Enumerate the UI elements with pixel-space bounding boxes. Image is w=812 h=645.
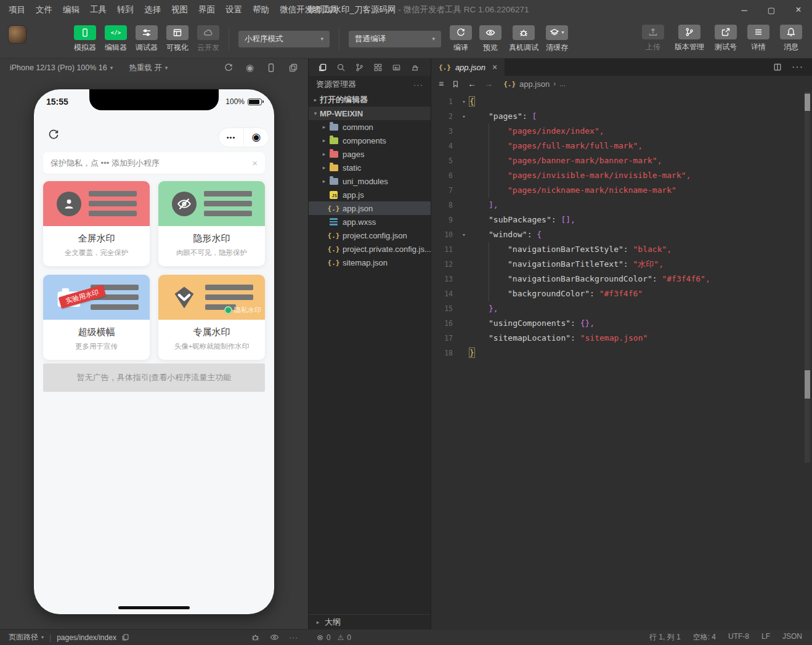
- menu-界面[interactable]: 界面: [198, 4, 215, 15]
- phone-frame-icon[interactable]: [266, 63, 276, 73]
- extensions-icon[interactable]: [373, 63, 383, 72]
- teapot-icon[interactable]: [410, 63, 420, 72]
- problems-indicator[interactable]: ⊗ 0 ⚠ 0: [308, 633, 431, 642]
- tune-icon: [136, 25, 158, 40]
- menu-视图[interactable]: 视图: [171, 4, 188, 15]
- fold-icon[interactable]: ▾: [458, 94, 469, 109]
- rotate-icon[interactable]: [224, 63, 233, 73]
- watermark-card-全屏水印[interactable]: 全屏水印全文覆盖，完全保护: [43, 181, 150, 266]
- action-详情[interactable]: 详情: [747, 25, 769, 52]
- window-title: 黎明加水印_刀客源码网 - 微信开发者工具 RC 1.06.2206271: [308, 0, 529, 20]
- action-预览[interactable]: 预览: [479, 25, 501, 53]
- more-icon[interactable]: ···: [792, 62, 803, 73]
- breadcrumb[interactable]: {.} app.json › ...: [503, 79, 566, 89]
- panel-toggle-编辑器[interactable]: </>编辑器: [105, 25, 127, 53]
- page-path-value[interactable]: pages/index/index: [57, 633, 116, 642]
- back-icon[interactable]: ←: [468, 79, 476, 89]
- action-消息[interactable]: 消息: [780, 25, 802, 52]
- fold-icon[interactable]: ▾: [458, 109, 469, 124]
- watermark-card-隐形水印[interactable]: 隐形水印肉眼不可见，隐形保护: [158, 181, 265, 266]
- close-tab-icon[interactable]: ×: [492, 62, 497, 72]
- panel-toggle-云开发[interactable]: 云开发: [197, 25, 219, 53]
- tree-item-uni_modules[interactable]: ▸uni_modules: [309, 174, 431, 188]
- status-item[interactable]: 空格: 4: [693, 632, 716, 643]
- split-editor-icon[interactable]: [773, 63, 782, 71]
- close-button[interactable]: ×: [785, 0, 812, 20]
- status-item[interactable]: UTF-8: [728, 632, 749, 643]
- tree-item-app.js[interactable]: JSapp.js: [309, 188, 431, 201]
- tab-app-json[interactable]: {.} app.json ×: [431, 59, 505, 76]
- tree-item-sitemap.json[interactable]: {.}sitemap.json: [309, 256, 431, 269]
- tree-item-pages[interactable]: ▸pages: [309, 147, 431, 161]
- tree-item-components[interactable]: ▸components: [309, 134, 431, 147]
- watermark-card-超级横幅[interactable]: 实验用水印超级横幅更多用于宣传: [43, 275, 150, 360]
- maximize-button[interactable]: ▢: [758, 0, 785, 20]
- menu-选择[interactable]: 选择: [144, 4, 161, 15]
- bookmark-icon[interactable]: [452, 80, 460, 88]
- panel-toggle-可视化[interactable]: 可视化: [166, 25, 189, 53]
- action-编译[interactable]: 编译: [450, 25, 472, 53]
- panel-toggle-模拟器[interactable]: 模拟器: [74, 25, 96, 53]
- device-select[interactable]: iPhone 12/13 (Pro) 100% 16 ▾: [10, 63, 113, 72]
- forward-icon[interactable]: →: [484, 79, 493, 89]
- menu-工具[interactable]: 工具: [90, 4, 107, 15]
- git-icon[interactable]: [355, 63, 364, 72]
- multi-window-icon[interactable]: [288, 63, 298, 73]
- files-icon[interactable]: [318, 63, 327, 72]
- tree-section-打开的编辑器[interactable]: ▸打开的编辑器: [309, 93, 431, 107]
- action-上传[interactable]: 上传: [642, 25, 664, 52]
- menu-设置[interactable]: 设置: [225, 4, 242, 15]
- menu-文件[interactable]: 文件: [36, 4, 52, 15]
- close-icon[interactable]: ×: [252, 158, 258, 168]
- tree-item-project.private.config.js...[interactable]: {.}project.private.config.js...: [309, 242, 431, 256]
- editor-scrollbar[interactable]: [805, 92, 810, 463]
- status-item[interactable]: LF: [761, 632, 770, 643]
- status-item[interactable]: JSON: [782, 632, 802, 643]
- code-editor[interactable]: 1▾{2▾"pages": [3"pages/index/index",4"pa…: [431, 92, 812, 629]
- menu-转到[interactable]: 转到: [117, 4, 134, 15]
- action-版本管理[interactable]: 版本管理: [675, 25, 704, 52]
- tree-section-MP-WEIXIN[interactable]: ▾MP-WEIXIN: [309, 107, 431, 120]
- more-icon[interactable]: ···: [413, 80, 423, 89]
- tree-item-project.config.json[interactable]: {.}project.config.json: [309, 229, 431, 242]
- tree-item-label: project.config.json: [343, 231, 407, 240]
- search-icon[interactable]: [336, 63, 346, 72]
- tree-item-static[interactable]: ▸static: [309, 161, 431, 174]
- error-icon: ⊗: [317, 633, 323, 642]
- outline-list-icon[interactable]: ≡: [439, 79, 444, 89]
- action-清缓存[interactable]: ▾清缓存: [546, 25, 568, 53]
- reload-icon[interactable]: [47, 129, 60, 141]
- menu-项目[interactable]: 项目: [9, 4, 25, 15]
- code-line-8: 8],: [431, 198, 812, 213]
- action-测试号[interactable]: 测试号: [715, 25, 737, 52]
- fold-icon[interactable]: ▾: [458, 227, 469, 242]
- hot-reload-select[interactable]: 热重载 开 ▾: [129, 63, 168, 73]
- panel-toggle-调试器[interactable]: 调试器: [136, 25, 158, 53]
- minimize-button[interactable]: ─: [731, 0, 758, 20]
- code-line-6: 6"pages/invisible-mark/invisible-mark",: [431, 168, 812, 183]
- more-icon[interactable]: ···: [289, 633, 298, 642]
- tree-item-common[interactable]: ▸common: [309, 120, 431, 134]
- eye-icon[interactable]: [270, 633, 279, 642]
- npm-icon[interactable]: [392, 63, 401, 72]
- action-真机调试[interactable]: 真机调试: [509, 25, 538, 53]
- vconsole-icon[interactable]: [251, 633, 260, 642]
- mode-select[interactable]: 小程序模式 ▾: [238, 31, 330, 47]
- menu-编辑[interactable]: 编辑: [63, 4, 79, 15]
- window-controls: ─ ▢ ×: [731, 0, 812, 20]
- menu-帮助[interactable]: 帮助: [253, 4, 269, 15]
- copy-icon[interactable]: [121, 633, 129, 641]
- exit-button[interactable]: ◉: [244, 128, 269, 147]
- scrollbar-thumb[interactable]: [805, 94, 810, 111]
- outline-section[interactable]: ▸ 大纲: [309, 614, 431, 629]
- avatar[interactable]: [9, 26, 26, 43]
- watermark-card-专属水印[interactable]: 隐私水印专属水印头像+昵称就能制作水印: [158, 275, 265, 360]
- tree-item-app.json[interactable]: {.}app.json: [309, 201, 431, 215]
- page-path-label[interactable]: 页面路径: [9, 632, 38, 643]
- code-line-13: 13"navigationBarBackgroundColor": "#f3f4…: [431, 272, 812, 286]
- tree-item-app.wxss[interactable]: app.wxss: [309, 215, 431, 229]
- status-item[interactable]: 行 1, 列 1: [649, 632, 681, 643]
- more-menu-button[interactable]: •••: [219, 128, 244, 147]
- compile-select[interactable]: 普通编译 ▾: [349, 31, 441, 47]
- record-icon[interactable]: ◉: [246, 62, 254, 73]
